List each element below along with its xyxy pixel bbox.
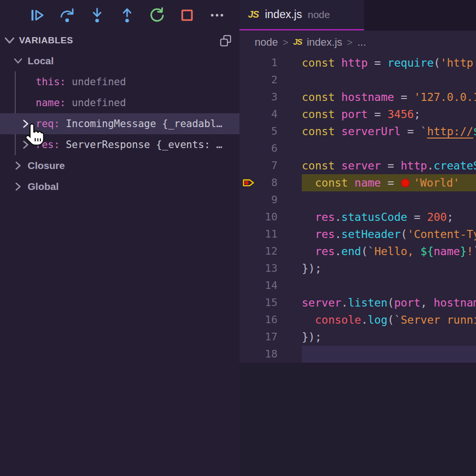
debug-more-button[interactable] bbox=[207, 5, 228, 26]
variable-row-this[interactable]: this: undefined bbox=[0, 71, 239, 92]
chevron-down-icon[interactable] bbox=[13, 56, 23, 66]
gutter[interactable]: 16 bbox=[239, 311, 302, 328]
code-line: 9 bbox=[239, 191, 476, 208]
debug-continue-button[interactable] bbox=[27, 5, 48, 26]
js-file-icon: JS bbox=[293, 38, 302, 47]
gutter[interactable]: 4 bbox=[239, 106, 302, 123]
code-line-text[interactable] bbox=[302, 277, 476, 294]
line-number[interactable]: 16 bbox=[265, 311, 278, 328]
code-line-text[interactable] bbox=[302, 71, 476, 89]
step-out-icon bbox=[119, 7, 136, 24]
scope-row-global[interactable]: Global bbox=[0, 176, 239, 197]
line-number[interactable]: 13 bbox=[265, 260, 278, 277]
gutter[interactable]: 1 bbox=[239, 54, 302, 71]
code-line: 18 bbox=[239, 346, 476, 363]
variables-panel-title: VARIABLES bbox=[19, 35, 73, 46]
line-number[interactable]: 12 bbox=[265, 243, 278, 260]
line-number[interactable]: 6 bbox=[271, 140, 278, 157]
gutter[interactable]: 11 bbox=[239, 226, 302, 243]
gutter[interactable]: 3 bbox=[239, 89, 302, 106]
code-line-text[interactable]: const serverUrl = `http://${hostname}:${… bbox=[302, 123, 476, 140]
line-number[interactable]: 9 bbox=[271, 191, 278, 208]
code-line: 1const http = require('http'); bbox=[239, 54, 476, 71]
debug-toolbar bbox=[0, 0, 239, 30]
tab-folder-hint: node bbox=[307, 9, 330, 20]
chevron-right-icon[interactable] bbox=[21, 140, 30, 149]
line-number[interactable]: 7 bbox=[271, 157, 278, 174]
code-line-text[interactable]: console.log(`Server running at ${serverU… bbox=[302, 311, 476, 328]
gutter[interactable]: 15 bbox=[239, 294, 302, 311]
inline-breakpoint-icon[interactable] bbox=[401, 178, 410, 188]
line-number[interactable]: 15 bbox=[265, 294, 278, 311]
code-line-text[interactable]: res.setHeader('Content-Type', 'text/plai… bbox=[302, 226, 476, 243]
line-number[interactable]: 2 bbox=[271, 71, 278, 89]
line-number[interactable]: 10 bbox=[265, 208, 278, 226]
gutter[interactable]: 6 bbox=[239, 140, 302, 157]
scope-label: Global bbox=[28, 181, 59, 192]
variables-tree: Localthis: undefinedname: undefinedreq: … bbox=[0, 50, 239, 197]
debug-step-over-button[interactable] bbox=[57, 5, 78, 26]
step-over-icon bbox=[59, 7, 76, 24]
line-number[interactable]: 1 bbox=[271, 54, 278, 71]
line-number[interactable]: 11 bbox=[265, 226, 278, 243]
code-line-text[interactable]: const port = 3456; bbox=[302, 106, 476, 123]
gutter[interactable]: 2 bbox=[239, 71, 302, 89]
debug-step-out-button[interactable] bbox=[117, 5, 138, 26]
scope-row-local[interactable]: Local bbox=[0, 50, 239, 71]
variable-row-name[interactable]: name: undefined bbox=[0, 92, 239, 113]
chevron-right-icon: > bbox=[283, 37, 288, 48]
breadcrumb-symbol[interactable]: ... bbox=[357, 36, 366, 49]
code-line-text[interactable]: const hostname = '127.0.0.1'; bbox=[302, 89, 476, 106]
breadcrumb-folder[interactable]: node bbox=[255, 36, 278, 49]
code-line-text[interactable]: const http = require('http'); bbox=[302, 54, 476, 71]
step-into-icon bbox=[89, 7, 106, 24]
variable-text: name: undefined bbox=[36, 97, 126, 109]
line-number[interactable]: 8 bbox=[271, 174, 278, 191]
chevron-right-icon[interactable] bbox=[13, 182, 23, 191]
code-line-text[interactable] bbox=[302, 346, 476, 363]
code-line: 7const server = http.createServer((req, … bbox=[239, 157, 476, 174]
chevron-right-icon[interactable] bbox=[13, 161, 23, 170]
line-number[interactable]: 4 bbox=[271, 106, 278, 123]
debug-restart-button[interactable] bbox=[147, 5, 168, 26]
breadcrumb-file[interactable]: index.js bbox=[307, 36, 342, 49]
gutter[interactable]: 9 bbox=[239, 191, 302, 208]
code-line-text[interactable]: const name = 'World' bbox=[302, 174, 476, 191]
code-line-text[interactable] bbox=[302, 140, 476, 157]
line-number[interactable]: 5 bbox=[271, 123, 278, 140]
gutter[interactable]: 13 bbox=[239, 260, 302, 277]
gutter[interactable]: 10 bbox=[239, 208, 302, 226]
copy-icon bbox=[218, 34, 233, 48]
code-line: 17}); bbox=[239, 328, 476, 346]
gutter[interactable]: 7 bbox=[239, 157, 302, 174]
debug-step-into-button[interactable] bbox=[87, 5, 108, 26]
tab-index-js[interactable]: JS index.js node bbox=[239, 0, 364, 30]
gutter[interactable]: 18 bbox=[239, 346, 302, 363]
line-number[interactable]: 3 bbox=[271, 89, 278, 106]
debug-stop-button[interactable] bbox=[177, 5, 198, 26]
line-number[interactable]: 14 bbox=[265, 277, 278, 294]
code-line-text[interactable]: const server = http.createServer((req, r… bbox=[302, 157, 476, 174]
code-line-text[interactable]: res.end(`Hello, ${name}!`); bbox=[302, 243, 476, 260]
code-line-text[interactable]: server.listen(port, hostname, () => { bbox=[302, 294, 476, 311]
variable-row-res[interactable]: res: ServerResponse {_events: … bbox=[0, 134, 239, 155]
gutter[interactable]: 5 bbox=[239, 123, 302, 140]
editor-group: JS index.js node node > JS index.js > ..… bbox=[239, 0, 476, 476]
gutter[interactable]: 12 bbox=[239, 243, 302, 260]
code-line-text[interactable] bbox=[302, 191, 476, 208]
variables-panel-header[interactable]: VARIABLES bbox=[0, 30, 239, 50]
line-number[interactable]: 18 bbox=[265, 346, 278, 363]
chevron-right-icon[interactable] bbox=[21, 119, 30, 129]
code-editor: 1const http = require('http');23const ho… bbox=[239, 54, 476, 363]
line-number[interactable]: 17 bbox=[265, 328, 278, 346]
continue-icon bbox=[29, 7, 46, 24]
gutter[interactable]: 17 bbox=[239, 328, 302, 346]
code-line-text[interactable]: res.statusCode = 200; bbox=[302, 208, 476, 226]
variable-row-req[interactable]: req: IncomingMessage {_readabl… bbox=[0, 113, 239, 134]
gutter[interactable]: 8 bbox=[239, 174, 302, 191]
scope-row-closure[interactable]: Closure bbox=[0, 155, 239, 176]
code-line-text[interactable]: }); bbox=[302, 328, 476, 346]
gutter[interactable]: 14 bbox=[239, 277, 302, 294]
copy-value-button[interactable] bbox=[218, 34, 233, 48]
code-line-text[interactable]: }); bbox=[302, 260, 476, 277]
